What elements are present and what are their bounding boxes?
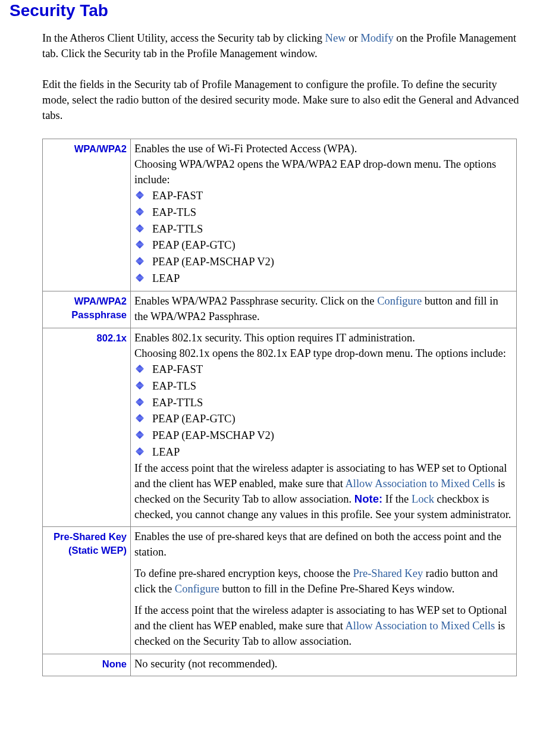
security-table: WPA/WPA2 Enables the use of Wi-Fi Protec…	[42, 139, 517, 676]
text: Choosing WPA/WPA2 opens the WPA/WPA2 EAP…	[134, 158, 496, 186]
intro-block: In the Atheros Client Utility, access th…	[42, 31, 520, 123]
list-item: LEAP	[136, 271, 513, 287]
list-item: EAP-FAST	[136, 362, 513, 378]
text: button to fill in the Define Pre-Shared …	[219, 583, 454, 595]
text: or	[346, 32, 361, 44]
list-item: PEAP (EAP-MSCHAP V2)	[136, 428, 513, 444]
label-psk: Pre-Shared Key (Static WEP)	[43, 527, 131, 654]
list-item: EAP-TLS	[136, 205, 513, 221]
text: Enables the use of Wi-Fi Protected Acces…	[134, 143, 357, 155]
text: In the Atheros Client Utility, access th…	[42, 32, 325, 44]
text-paragraph: To define pre-shared encryption keys, ch…	[134, 566, 513, 597]
list-item: EAP-TLS	[136, 378, 513, 395]
label-8021x: 802.1x	[43, 328, 131, 527]
list-item: PEAP (EAP-GTC)	[136, 411, 513, 428]
text: If the	[382, 493, 412, 505]
list-item: EAP-TTLS	[136, 395, 513, 412]
8021x-options-list: EAP-FAST EAP-TLS EAP-TTLS PEAP (EAP-GTC)…	[134, 362, 513, 461]
text: To define pre-shared encryption keys, ch…	[134, 567, 353, 579]
link-allow-mixed-cells[interactable]: Allow Association to Mixed Cells	[345, 478, 495, 490]
text: Enables the use of pre-shared keys that …	[134, 529, 513, 560]
link-lock[interactable]: Lock	[412, 493, 434, 505]
cell-wpa: Enables the use of Wi-Fi Protected Acces…	[131, 139, 517, 291]
list-item: PEAP (EAP-GTC)	[136, 237, 513, 254]
link-modify[interactable]: Modify	[360, 32, 394, 44]
cell-wpa-passphrase: Enables WPA/WPA2 Passphrase security. Cl…	[131, 291, 517, 328]
text: Choosing 802.1x opens the 802.1x EAP typ…	[134, 347, 506, 359]
label-wpa: WPA/WPA2	[43, 139, 131, 291]
list-item: EAP-TTLS	[136, 221, 513, 238]
cell-8021x: Enables 802.1x security. This option req…	[131, 328, 517, 527]
wpa-options-list: EAP-FAST EAP-TLS EAP-TTLS PEAP (EAP-GTC)…	[134, 188, 513, 287]
text: Enables WPA/WPA2 Passphrase security. Cl…	[134, 295, 377, 307]
link-configure[interactable]: Configure	[175, 583, 219, 595]
link-new[interactable]: New	[325, 32, 346, 44]
row-psk: Pre-Shared Key (Static WEP) Enables the …	[43, 527, 517, 654]
label-none: None	[43, 654, 131, 676]
row-wpa: WPA/WPA2 Enables the use of Wi-Fi Protec…	[43, 139, 517, 291]
row-8021x: 802.1x Enables 802.1x security. This opt…	[43, 328, 517, 527]
list-item: EAP-FAST	[136, 188, 513, 205]
link-allow-mixed-cells[interactable]: Allow Association to Mixed Cells	[345, 620, 495, 632]
row-none: None No security (not recommended).	[43, 654, 517, 676]
list-item: PEAP (EAP-MSCHAP V2)	[136, 254, 513, 271]
intro-paragraph-2: Edit the fields in the Security tab of P…	[42, 77, 520, 124]
list-item: LEAP	[136, 444, 513, 461]
intro-paragraph-1: In the Atheros Client Utility, access th…	[42, 31, 520, 62]
page-title: Security Tab	[10, 1, 530, 20]
note-label: Note:	[354, 493, 382, 505]
cell-none: No security (not recommended).	[131, 654, 517, 676]
cell-psk: Enables the use of pre-shared keys that …	[131, 527, 517, 654]
link-configure[interactable]: Configure	[377, 295, 422, 307]
text: No security (not recommended).	[134, 658, 277, 670]
row-wpa-passphrase: WPA/WPA2 Passphrase Enables WPA/WPA2 Pas…	[43, 291, 517, 328]
text-paragraph: If the access point that the wireless ad…	[134, 603, 513, 650]
text: Enables 802.1x security. This option req…	[134, 332, 415, 344]
label-wpa-passphrase: WPA/WPA2 Passphrase	[43, 291, 131, 328]
link-pre-shared-key[interactable]: Pre-Shared Key	[353, 567, 423, 579]
